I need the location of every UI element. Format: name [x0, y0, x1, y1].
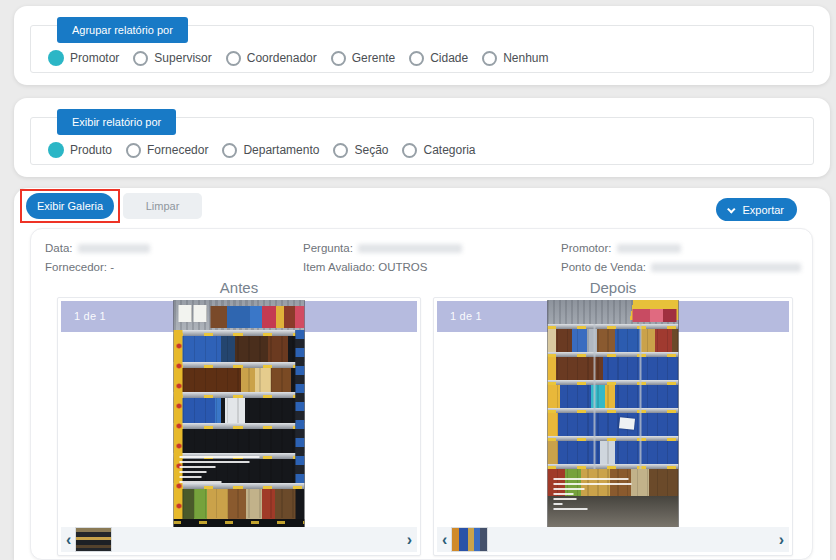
- radio-supervisor[interactable]: Supervisor: [133, 51, 211, 66]
- radio-gerente[interactable]: Gerente: [331, 51, 395, 66]
- radio-cidade[interactable]: Cidade: [409, 51, 468, 66]
- photo-layer: [619, 417, 635, 430]
- group-report-card: Agrupar relatório por Promotor Superviso…: [14, 6, 830, 85]
- radio-label: Promotor: [70, 51, 119, 65]
- before-title: Antes: [57, 279, 421, 296]
- radio-icon: [409, 51, 424, 66]
- radio-icon: [333, 143, 348, 158]
- radio-icon: [226, 51, 241, 66]
- before-thumbnail[interactable]: [75, 527, 112, 552]
- photo-watermark: [554, 478, 632, 513]
- photo-layer: [548, 324, 679, 329]
- photo-layer: [548, 408, 679, 413]
- radio-fornecedor[interactable]: Fornecedor: [126, 143, 208, 158]
- group-report-fieldset: Agrupar relatório por Promotor Superviso…: [30, 25, 814, 73]
- radio-label: Fornecedor: [147, 143, 208, 157]
- gallery-report-panel: Data: Pergunta: Promotor: Fornecedor: - …: [30, 228, 813, 560]
- before-thumbstrip: ‹ ›: [61, 527, 417, 552]
- record-pergunta-label: Pergunta:: [303, 242, 353, 254]
- radio-produto[interactable]: Produto: [48, 142, 112, 158]
- radio-icon: [402, 143, 417, 158]
- photo-layer: [194, 305, 207, 322]
- photo-layer: [548, 464, 679, 469]
- record-item-avaliado: Item Avaliado: OUTROS: [303, 261, 427, 273]
- gallery-section-card: Exibir Galeria Limpar Exportar Data: Per…: [14, 188, 830, 560]
- photo-layer: [548, 436, 679, 441]
- radio-secao[interactable]: Seção: [333, 143, 388, 158]
- radio-departamento[interactable]: Departamento: [222, 143, 319, 158]
- radio-label: Gerente: [352, 51, 395, 65]
- record-fornecedor-value: -: [110, 261, 114, 273]
- display-report-fieldset: Exibir relatório por Produto Fornecedor …: [30, 117, 814, 165]
- export-button-label: Exportar: [742, 204, 784, 216]
- photo-layer: [174, 392, 305, 398]
- radio-label: Nenhum: [503, 51, 548, 65]
- photo-layer: [174, 330, 183, 519]
- after-thumbstrip: ‹ ›: [437, 527, 789, 552]
- before-photo: [174, 300, 305, 528]
- radio-promotor[interactable]: Promotor: [48, 50, 119, 66]
- display-report-card: Exibir relatório por Produto Fornecedor …: [14, 98, 830, 177]
- redacted-value: [617, 244, 681, 253]
- radio-icon: [331, 51, 346, 66]
- radio-selected-icon: [48, 142, 64, 158]
- chevron-left-icon[interactable]: ‹: [442, 527, 447, 552]
- redacted-value: [78, 244, 150, 253]
- record-ponto-venda: Ponto de Venda:: [561, 261, 801, 273]
- photo-layer: [179, 305, 192, 322]
- radio-label: Coordenador: [247, 51, 317, 65]
- radio-label: Cidade: [430, 51, 468, 65]
- radio-label: Supervisor: [154, 51, 211, 65]
- radio-label: Departamento: [243, 143, 319, 157]
- record-fornecedor: Fornecedor: -: [45, 261, 114, 273]
- photo-layer: [640, 324, 642, 469]
- after-counter: 1 de 1: [437, 301, 482, 332]
- record-item-label: Item Avaliado:: [303, 261, 375, 273]
- after-title: Depois: [433, 279, 793, 296]
- before-panel: 1 de 1: [57, 297, 421, 556]
- before-counter: 1 de 1: [61, 301, 106, 332]
- photo-layer: [211, 306, 305, 328]
- annotation-highlight-box: [20, 189, 120, 223]
- chevron-right-icon[interactable]: ›: [407, 527, 412, 552]
- display-report-options: Produto Fornecedor Departamento Seção Ca…: [48, 142, 476, 158]
- photo-layer: [594, 324, 596, 469]
- record-promotor: Promotor:: [561, 242, 681, 254]
- export-button[interactable]: Exportar: [716, 198, 797, 221]
- radio-label: Produto: [70, 143, 112, 157]
- record-fornecedor-label: Fornecedor:: [45, 261, 107, 273]
- record-data-label: Data:: [45, 242, 73, 254]
- redacted-value: [651, 263, 801, 272]
- photo-layer: [633, 309, 677, 322]
- photo-watermark: [180, 456, 260, 486]
- after-thumbnail[interactable]: [451, 527, 488, 552]
- chevron-left-icon[interactable]: ‹: [66, 527, 71, 552]
- record-promotor-label: Promotor:: [561, 242, 612, 254]
- photo-layer: [548, 352, 679, 357]
- group-report-tab: Agrupar relatório por: [57, 17, 188, 43]
- chevron-down-icon: [727, 205, 735, 213]
- radio-nenhum[interactable]: Nenhum: [482, 51, 548, 66]
- radio-icon: [126, 143, 141, 158]
- photo-layer: [296, 330, 305, 483]
- photo-layer: [174, 423, 305, 429]
- record-pergunta: Pergunta:: [303, 242, 462, 254]
- record-data: Data:: [45, 242, 150, 254]
- radio-coordenador[interactable]: Coordenador: [226, 51, 317, 66]
- radio-label: Categoria: [423, 143, 475, 157]
- group-report-options: Promotor Supervisor Coordenador Gerente …: [48, 50, 549, 66]
- photo-layer: [174, 362, 305, 368]
- radio-icon: [222, 143, 237, 158]
- redacted-value: [358, 244, 462, 253]
- radio-icon: [482, 51, 497, 66]
- photo-layer: [548, 380, 679, 385]
- chevron-right-icon[interactable]: ›: [779, 527, 784, 552]
- display-report-tab: Exibir relatório por: [57, 109, 176, 135]
- photo-layer: [174, 330, 305, 336]
- radio-icon: [133, 51, 148, 66]
- clear-button[interactable]: Limpar: [123, 193, 202, 219]
- record-ponto-venda-label: Ponto de Venda:: [561, 261, 646, 273]
- radio-categoria[interactable]: Categoria: [402, 143, 475, 158]
- radio-label: Seção: [354, 143, 388, 157]
- radio-selected-icon: [48, 50, 64, 66]
